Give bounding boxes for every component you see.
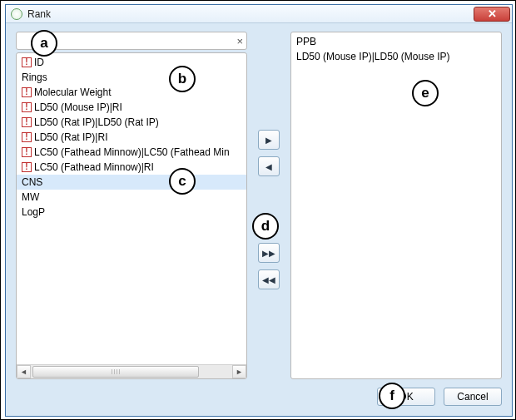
list-item-label: LC50 (Fathead Minnow)|RI (34, 160, 154, 175)
list-item-label: ID (34, 55, 44, 70)
list-item-label: MW (22, 190, 39, 205)
callout-c: c (169, 168, 196, 195)
selected-list-body: PPBLD50 (Mouse IP)|LD50 (Mouse IP) (291, 32, 501, 378)
warning-icon: ! (22, 87, 32, 97)
warning-icon: ! (22, 132, 32, 142)
list-item-label: CNS (22, 175, 42, 190)
list-item-label: PPB (296, 34, 316, 49)
window-title: Rank (27, 8, 474, 20)
callout-f: f (379, 383, 405, 409)
available-panel: × !IDRings!Molecular Weight!LD50 (Mouse … (16, 32, 247, 379)
scroll-left-button[interactable]: ◄ (17, 365, 31, 378)
list-item[interactable]: MW (17, 190, 246, 205)
list-item[interactable]: !Molecular Weight (17, 85, 246, 100)
clear-search-icon[interactable]: × (233, 35, 243, 47)
callout-a: a (31, 30, 57, 57)
list-item-label: LC50 (Fathead Minnow)|LC50 (Fathead Min (34, 145, 230, 160)
warning-icon: ! (22, 162, 32, 172)
app-icon (11, 8, 22, 20)
list-item-label: LogP (22, 205, 45, 220)
list-item[interactable]: !LD50 (Rat IP)|RI (17, 130, 246, 145)
callout-e: e (412, 80, 439, 106)
warning-icon: ! (22, 147, 32, 157)
close-button[interactable]: ✕ (474, 7, 510, 22)
rank-dialog: Rank ✕ × !IDRings!Molecular Weight!LD50 … (5, 4, 513, 417)
list-item[interactable]: Rings (17, 70, 246, 85)
list-item[interactable]: !LC50 (Fathead Minnow)|RI (17, 160, 246, 175)
available-list-body: !IDRings!Molecular Weight!LD50 (Mouse IP… (17, 53, 246, 364)
list-item[interactable]: !ID (17, 55, 246, 70)
list-item-label: Rings (22, 70, 47, 85)
warning-icon: ! (22, 102, 32, 112)
callout-d: d (252, 213, 279, 240)
remove-button[interactable]: ◀ (258, 156, 280, 176)
available-listbox[interactable]: !IDRings!Molecular Weight!LD50 (Mouse IP… (16, 52, 247, 379)
list-item-label: LD50 (Mouse IP)|LD50 (Mouse IP) (296, 49, 450, 64)
close-icon: ✕ (488, 8, 497, 19)
scroll-right-button[interactable]: ► (232, 365, 246, 378)
titlebar: Rank ✕ (6, 5, 512, 23)
remove-all-button[interactable]: ◀◀ (258, 269, 280, 289)
list-item-label: LD50 (Mouse IP)|RI (34, 100, 122, 115)
list-item[interactable]: LD50 (Mouse IP)|LD50 (Mouse IP) (291, 49, 501, 64)
list-item-label: LD50 (Rat IP)|LD50 (Rat IP) (34, 115, 159, 130)
warning-icon: ! (22, 57, 32, 67)
list-item[interactable]: CNS (17, 175, 246, 190)
scroll-track[interactable] (31, 365, 232, 378)
list-item-label: Molecular Weight (34, 85, 111, 100)
scroll-thumb[interactable] (32, 366, 199, 378)
warning-icon: ! (22, 117, 32, 127)
callout-b: b (169, 66, 196, 92)
add-button[interactable]: ▶ (258, 130, 280, 150)
list-item[interactable]: PPB (291, 34, 501, 49)
canvas: Rank ✕ × !IDRings!Molecular Weight!LD50 … (0, 0, 516, 420)
list-item[interactable]: !LD50 (Rat IP)|LD50 (Rat IP) (17, 115, 246, 130)
dialog-buttons: OK Cancel (16, 379, 502, 408)
list-item[interactable]: !LD50 (Mouse IP)|RI (17, 100, 246, 115)
selected-listbox[interactable]: PPBLD50 (Mouse IP)|LD50 (Mouse IP) (290, 32, 502, 379)
transfer-buttons: ▶ ◀ ▶▶ ◀◀ (254, 32, 284, 379)
list-item-label: LD50 (Rat IP)|RI (34, 130, 107, 145)
add-all-button[interactable]: ▶▶ (258, 243, 280, 263)
list-item[interactable]: LogP (17, 205, 246, 220)
horizontal-scrollbar[interactable]: ◄ ► (17, 364, 246, 378)
cancel-button[interactable]: Cancel (444, 388, 502, 406)
selected-panel: PPBLD50 (Mouse IP)|LD50 (Mouse IP) (290, 32, 502, 379)
list-item[interactable]: !LC50 (Fathead Minnow)|LC50 (Fathead Min (17, 145, 246, 160)
